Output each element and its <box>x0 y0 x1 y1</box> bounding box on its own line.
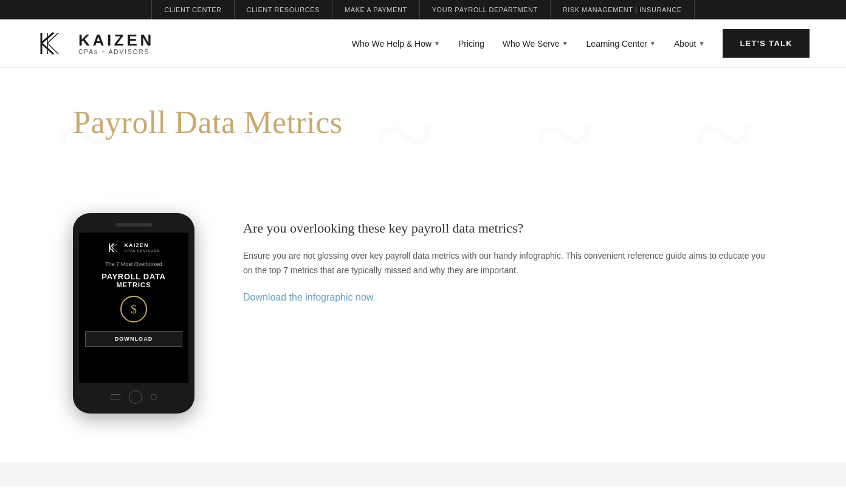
phone-back-icon <box>111 394 120 400</box>
top-bar-link-payroll-dept[interactable]: YOUR PAYROLL DEPARTMENT <box>420 0 551 19</box>
phone-title-line2: METRICS <box>116 281 151 288</box>
download-link[interactable]: Download the infographic now. <box>243 292 376 302</box>
chevron-down-icon-4: ▼ <box>698 40 704 47</box>
nav-about[interactable]: About ▼ <box>674 39 705 49</box>
content-body: Ensure you are not glossing over key pay… <box>243 249 773 278</box>
content-section: KAIZEN CPAs ADVISORS The 7 Most Overlook… <box>0 201 846 462</box>
nav-learning-center[interactable]: Learning Center ▼ <box>586 39 656 49</box>
text-content: Are you overlooking these key payroll da… <box>243 213 773 303</box>
nav-who-we-serve[interactable]: Who We Serve ▼ <box>503 39 568 49</box>
chevron-down-icon-2: ▼ <box>562 40 568 47</box>
logo-sub-label: CPAs + ADVISORS <box>78 49 154 55</box>
phone-bottom-controls <box>111 390 157 404</box>
phone-top-bar <box>115 223 152 226</box>
logo-text: KAIZEN CPAs + ADVISORS <box>78 32 154 55</box>
nav-pricing[interactable]: Pricing <box>458 39 484 49</box>
content-heading: Are you overlooking these key payroll da… <box>243 219 773 238</box>
top-bar-link-risk-mgmt[interactable]: RISK MANAGEMENT | INSURANCE <box>551 0 695 19</box>
phone-brand: KAIZEN CPAs ADVISORS <box>125 243 160 253</box>
phone-screen: KAIZEN CPAs ADVISORS The 7 Most Overlook… <box>79 233 188 383</box>
phone-logo-icon <box>108 241 121 254</box>
top-bar: CLIENT CENTER CLIENT RESOURCES MAKE A PA… <box>0 0 846 19</box>
top-bar-link-client-resources[interactable]: CLIENT RESOURCES <box>235 0 332 19</box>
phone-logo: KAIZEN CPAs ADVISORS <box>108 241 160 254</box>
logo-kaizen-label: KAIZEN <box>78 32 154 48</box>
phone-recent-icon <box>151 394 157 400</box>
phone-download-button[interactable]: DOWNLOAD <box>85 331 182 347</box>
logo[interactable]: KAIZEN CPAs + ADVISORS <box>36 27 154 60</box>
nav-links: Who We Help & How ▼ Pricing Who We Serve… <box>352 29 810 58</box>
hero-section: ~ ~ ~ ~ ~ Payroll Data Metrics <box>0 68 846 201</box>
phone-coin-icon: $ <box>120 296 147 322</box>
chevron-down-icon: ▼ <box>434 40 440 47</box>
nav-who-we-help[interactable]: Who We Help & How ▼ <box>352 39 440 49</box>
phone-home-icon <box>129 390 142 404</box>
footer-stub <box>0 462 846 486</box>
phone-title-line1: PAYROLL DATA <box>101 272 165 282</box>
chevron-down-icon-3: ▼ <box>650 40 656 47</box>
top-bar-link-make-payment[interactable]: MAKE A PAYMENT <box>332 0 420 19</box>
page-title: Payroll Data Metrics <box>73 104 773 140</box>
top-bar-link-client-center[interactable]: CLIENT CENTER <box>151 0 234 19</box>
main-nav: KAIZEN CPAs + ADVISORS Who We Help & How… <box>0 19 846 68</box>
phone-mockup: KAIZEN CPAs ADVISORS The 7 Most Overlook… <box>73 213 194 414</box>
lets-talk-button[interactable]: LET'S TALK <box>723 29 810 58</box>
logo-icon <box>36 27 70 60</box>
phone-intro-text: The 7 Most Overlooked <box>105 261 162 268</box>
